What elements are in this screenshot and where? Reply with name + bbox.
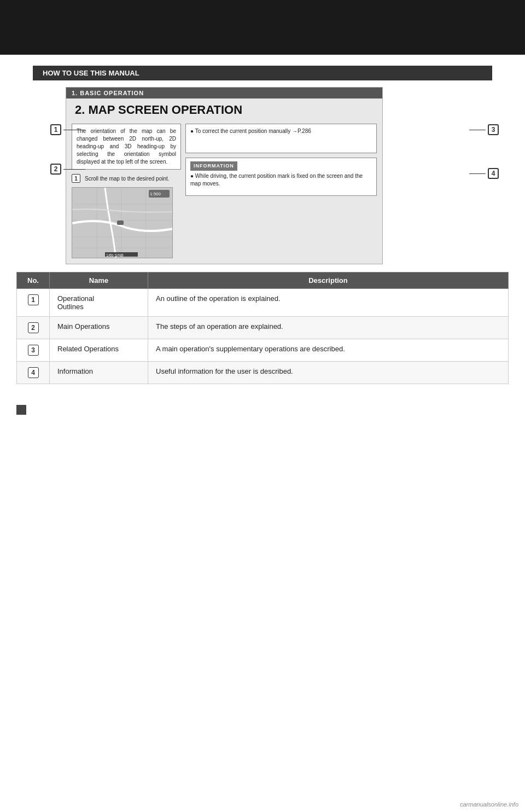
badge-1: 1 [50,124,61,135]
row-badge-4: 4 [28,367,39,378]
svg-text:1:500: 1:500 [150,192,161,196]
table-cell-no: 1 [17,289,50,317]
step-num: 1 [72,174,80,183]
table-cell-description: An outline of the operation is explained… [148,289,509,317]
badge-4: 4 [488,168,499,179]
table-row: 4InformationUseful information for the u… [17,362,509,384]
watermark: carmanualsonline.info [460,801,518,808]
map-placeholder: 1/6b S/NB 1:500 [72,187,173,258]
diagram-left: The orientation of the map can be change… [72,124,181,258]
col-name: Name [50,272,148,289]
table-body: 1OperationalOutlinesAn outline of the op… [17,289,509,384]
table-cell-name: OperationalOutlines [50,289,148,317]
right-callout-bottom: INFORMATION ● While driving, the current… [185,158,377,196]
step-callout: 1 Scroll the map to the desired point. [72,174,181,183]
col-description: Description [148,272,509,289]
table-cell-name: Related Operations [50,339,148,362]
table-cell-description: The steps of an operation are explained. [148,317,509,339]
step-text: Scroll the map to the desired point. [85,176,170,182]
table-cell-description: Useful information for the user is descr… [148,362,509,384]
badge-2: 2 [50,164,61,175]
map-svg: 1/6b S/NB 1:500 [72,188,173,258]
right-callout-top: ● To correct the current position manual… [185,124,377,153]
diagram-title: 2. MAP SCREEN OPERATION [66,98,382,120]
svg-rect-8 [117,221,124,225]
top-band [0,0,525,55]
right-bottom-text: ● While driving, the current position ma… [190,172,372,188]
table-row: 1OperationalOutlinesAn outline of the op… [17,289,509,317]
row-badge-2: 2 [28,322,39,333]
table-cell-no: 4 [17,362,50,384]
badge-3-container: 3 [469,124,499,135]
table-cell-description: A main operation's supplementary operati… [148,339,509,362]
badge-3: 3 [488,124,499,135]
table-row: 2Main OperationsThe steps of an operatio… [17,317,509,339]
info-label: INFORMATION [190,161,237,171]
section-marker [16,405,26,415]
table-header-row: No. Name Description [17,272,509,289]
page-wrapper: HOW TO USE THIS MANUAL 1 2 3 [0,0,525,812]
info-table: No. Name Description 1OperationalOutline… [16,272,509,384]
table-row: 3Related OperationsA main operation's su… [17,339,509,362]
right-top-text: ● To correct the current position manual… [190,128,311,134]
table-cell-name: Main Operations [50,317,148,339]
diagram-right: ● To correct the current position manual… [185,124,377,258]
diagram-body: The orientation of the map can be change… [66,120,382,264]
table-cell-no: 3 [17,339,50,362]
row-badge-1: 1 [28,294,39,305]
badge-1-container: 1 [50,124,85,135]
badge-2-container: 2 [50,164,85,175]
diagram-header: 1. BASIC OPERATION [66,88,382,98]
svg-text:1/6b S/NB: 1/6b S/NB [106,253,124,257]
section-header-text: HOW TO USE THIS MANUAL [43,69,139,77]
badge-4-container: 4 [469,168,499,179]
left-callout-box: The orientation of the map can be change… [72,124,181,170]
col-no: No. [17,272,50,289]
table-header: No. Name Description [17,272,509,289]
section-marker-area [16,395,509,420]
diagram-wrapper: 1 2 3 4 [16,87,509,264]
main-content: HOW TO USE THIS MANUAL 1 2 3 [0,55,525,431]
table-cell-no: 2 [17,317,50,339]
section-header: HOW TO USE THIS MANUAL [33,66,492,80]
table-cell-name: Information [50,362,148,384]
row-badge-3: 3 [28,345,39,356]
diagram-container: 1. BASIC OPERATION 2. MAP SCREEN OPERATI… [66,87,383,264]
